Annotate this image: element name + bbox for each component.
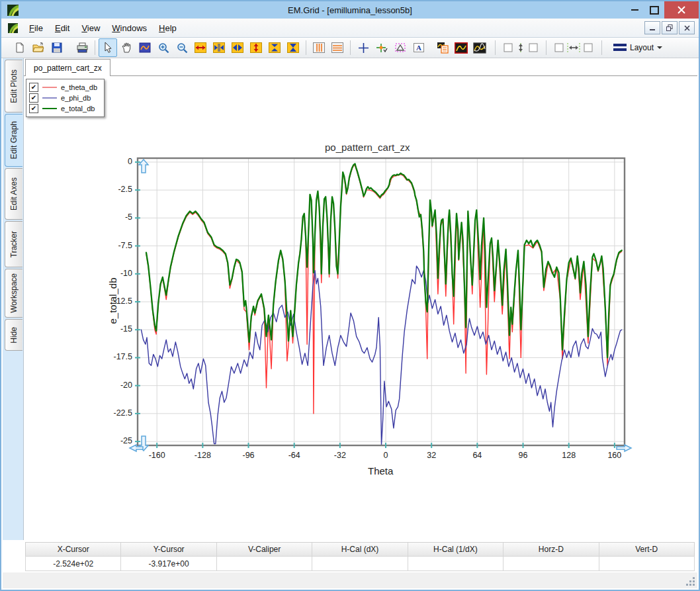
open-button[interactable] — [29, 38, 48, 57]
sidebar-item-label: Edit Axes — [9, 177, 19, 210]
toolbar-separator — [495, 40, 496, 55]
hand-icon — [122, 42, 132, 53]
layout-dropdown-button[interactable]: Layout — [609, 41, 667, 54]
shrink-horizontal-button[interactable] — [228, 38, 247, 57]
mdi-minimize-button[interactable] — [644, 21, 660, 34]
toolbar-separator — [350, 40, 351, 55]
tracker-status-bar: X-CursorY-CursorV-CaliperH-Cal (dX)H-Cal… — [25, 542, 695, 571]
caliper-button[interactable] — [391, 38, 410, 57]
plot-mode-button[interactable] — [136, 38, 154, 57]
menu-help[interactable]: Help — [153, 21, 183, 36]
sidebar-item-tracker[interactable]: Tracker — [5, 221, 22, 267]
y-tick-label: -2.5 — [103, 185, 132, 194]
tracker-button[interactable] — [372, 38, 391, 57]
crosshair-button[interactable] — [354, 38, 372, 57]
menu-items: FileEditViewWindowsHelp — [23, 21, 183, 36]
document-tab-active[interactable]: po_pattern_cart_zx — [25, 59, 110, 76]
sidebar-item-label: Edit Graph — [9, 121, 19, 159]
link-horizontal-axes-button[interactable] — [552, 38, 595, 57]
legend-checkbox-e_total_db[interactable]: ✔ — [29, 104, 38, 113]
expand-vertical-button[interactable] — [265, 38, 284, 57]
mdi-restore-button[interactable] — [662, 21, 678, 34]
pan-tool-button[interactable] — [117, 38, 136, 57]
v-axes-link-icon — [503, 42, 538, 53]
save-button[interactable] — [48, 38, 66, 57]
horizontal-markers-button[interactable] — [328, 38, 347, 57]
legend-row: ✔e_total_db — [29, 103, 97, 114]
sidebar-item-edit-graph[interactable]: Edit Graph — [5, 114, 22, 167]
dark-plot-icon — [455, 42, 468, 54]
plot-icon — [139, 42, 151, 53]
sidebar-item-label: Workspace — [9, 273, 19, 313]
legend-label: e_total_db — [61, 105, 95, 113]
sidebar-item-edit-axes[interactable]: Edit Axes — [5, 168, 22, 220]
dark-multi-plot-style-button[interactable] — [470, 38, 489, 57]
legend-row: ✔e_theta_db — [29, 82, 97, 93]
toolbar: A Layout — [1, 38, 699, 58]
legend-checkbox-e_theta_db[interactable]: ✔ — [29, 83, 38, 92]
maximize-button[interactable] — [644, 1, 664, 19]
toolbar-separator — [601, 40, 602, 55]
status-value-vert-d — [599, 557, 694, 570]
legend-line-sample — [42, 87, 57, 88]
zoom-out-button[interactable] — [173, 38, 191, 57]
sidebar-item-workspace[interactable]: Workspace — [5, 269, 22, 318]
sidebar-item-label: Edit Plots — [9, 69, 19, 103]
horizontal-lines-icon — [331, 42, 343, 53]
tracker-icon — [376, 42, 388, 54]
save-icon — [52, 42, 62, 53]
pan-handle-up-icon[interactable] — [139, 159, 148, 173]
mdi-close-button[interactable] — [679, 21, 695, 34]
vertical-markers-button[interactable] — [310, 38, 328, 57]
layout-icon — [613, 44, 627, 52]
close-button[interactable] — [664, 1, 699, 19]
status-value-h-cal-1-dx- — [408, 557, 503, 570]
series-e_phi_db — [141, 266, 621, 445]
pointer-tool-button[interactable] — [99, 38, 117, 57]
status-label-h-cal-dx-: H-Cal (dX) — [312, 543, 408, 556]
y-tick-label: -15 — [103, 324, 132, 334]
status-header-row: X-CursorY-CursorV-CaliperH-Cal (dX)H-Cal… — [25, 542, 695, 556]
resize-grip[interactable] — [686, 577, 695, 586]
h-axes-link-icon — [554, 42, 593, 53]
expand-horizontal-button[interactable] — [210, 38, 228, 57]
v-fit-icon — [250, 42, 262, 53]
print-button[interactable] — [73, 38, 91, 57]
sidebar-item-hide[interactable]: Hide — [5, 319, 22, 351]
menu-edit[interactable]: Edit — [49, 21, 75, 36]
status-label-h-cal-1-dx-: H-Cal (1/dX) — [408, 543, 503, 556]
shrink-vertical-button[interactable] — [284, 38, 302, 57]
menu-bar: FileEditViewWindowsHelp — [1, 19, 699, 38]
menu-file[interactable]: File — [23, 21, 49, 36]
window-title: EM.Grid - [emillumina_lesson5b] — [1, 5, 699, 15]
y-tick-label: -20 — [103, 381, 132, 390]
minimize-button[interactable] — [625, 1, 644, 19]
y-tick-label: 0 — [103, 157, 132, 166]
legend-button[interactable] — [433, 38, 452, 57]
plot-canvas[interactable] — [130, 150, 633, 453]
link-vertical-axes-button[interactable] — [502, 38, 540, 57]
cross-icon — [358, 42, 369, 54]
fit-horizontal-button[interactable] — [191, 38, 210, 57]
title-bar: EM.Grid - [emillumina_lesson5b] — [1, 1, 699, 19]
toolbar-separator — [95, 40, 95, 55]
maximize-icon — [650, 6, 659, 15]
zoom-in-button[interactable] — [154, 38, 173, 57]
sidebar-item-label: Tracker — [9, 231, 19, 257]
window-footer — [3, 572, 697, 588]
y-tick-label: -12.5 — [103, 296, 132, 306]
status-value-x-cursor: -2.524e+02 — [26, 557, 121, 570]
legend-checkbox-e_phi_db[interactable]: ✔ — [29, 93, 38, 103]
app-logo-icon — [7, 5, 19, 16]
dark-plot-style-button[interactable] — [452, 38, 470, 57]
text-annotation-button[interactable]: A — [410, 38, 428, 57]
status-value-h-cal-dx- — [312, 557, 408, 570]
menu-windows[interactable]: Windows — [106, 21, 153, 36]
document-tab-label: po_pattern_cart_zx — [34, 64, 102, 73]
text-icon: A — [413, 42, 425, 53]
legend-label: e_phi_db — [61, 94, 91, 102]
new-file-button[interactable] — [11, 38, 29, 57]
fit-vertical-button[interactable] — [247, 38, 265, 57]
sidebar-item-edit-plots[interactable]: Edit Plots — [5, 60, 22, 113]
menu-view[interactable]: View — [75, 21, 106, 36]
